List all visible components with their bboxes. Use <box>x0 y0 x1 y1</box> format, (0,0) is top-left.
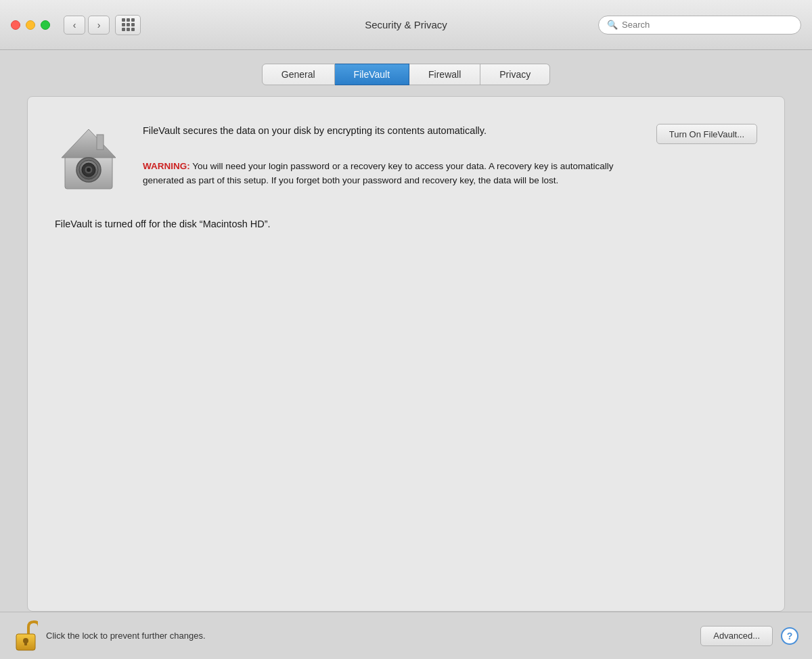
svg-rect-10 <box>24 641 27 645</box>
content-panel: FileVault secures the data on your disk … <box>27 96 785 612</box>
minimize-button[interactable] <box>26 20 35 30</box>
warning-body: You will need your login password or a r… <box>143 161 614 186</box>
tab-general[interactable]: General <box>262 64 335 85</box>
svg-marker-1 <box>62 129 116 158</box>
grid-icon <box>122 18 135 31</box>
grid-view-button[interactable] <box>115 15 141 35</box>
titlebar: ‹ › Security & Privacy 🔍 <box>0 0 812 50</box>
close-button[interactable] <box>11 20 20 30</box>
top-section: FileVault secures the data on your disk … <box>55 124 757 191</box>
lock-label: Click the lock to prevent further change… <box>46 631 206 641</box>
nav-buttons: ‹ › <box>64 16 110 35</box>
warning-label: WARNING: <box>143 161 190 171</box>
filevault-status: FileVault is turned off for the disk “Ma… <box>55 219 757 229</box>
main-content: General FileVault Firewall Privacy <box>0 50 812 612</box>
maximize-button[interactable] <box>41 20 50 30</box>
lock-icon <box>14 620 38 652</box>
advanced-button[interactable]: Advanced... <box>700 626 773 646</box>
tab-firewall[interactable]: Firewall <box>409 64 480 85</box>
traffic-lights <box>11 20 50 30</box>
bottom-bar: Click the lock to prevent further change… <box>0 612 812 659</box>
lock-area[interactable]: Click the lock to prevent further change… <box>14 620 206 652</box>
back-button[interactable]: ‹ <box>64 16 85 35</box>
turn-on-filevault-button[interactable]: Turn On FileVault... <box>656 124 757 144</box>
window-title: Security & Privacy <box>365 19 447 30</box>
warning-text: WARNING: You will need your login passwo… <box>143 159 636 188</box>
search-icon: 🔍 <box>607 20 618 30</box>
panel-inner: FileVault secures the data on your disk … <box>55 124 757 584</box>
filevault-description: FileVault secures the data on your disk … <box>143 124 636 139</box>
svg-rect-2 <box>97 135 104 150</box>
forward-button[interactable]: › <box>88 16 110 35</box>
search-box[interactable]: 🔍 <box>598 16 801 35</box>
filevault-icon <box>55 124 122 191</box>
tabs-bar: General FileVault Firewall Privacy <box>27 64 785 85</box>
tab-filevault[interactable]: FileVault <box>335 64 409 85</box>
svg-point-7 <box>87 168 91 172</box>
bottom-right-buttons: Advanced... ? <box>700 626 798 646</box>
search-input[interactable] <box>622 20 792 30</box>
tab-privacy[interactable]: Privacy <box>480 64 550 85</box>
help-button[interactable]: ? <box>781 627 798 645</box>
